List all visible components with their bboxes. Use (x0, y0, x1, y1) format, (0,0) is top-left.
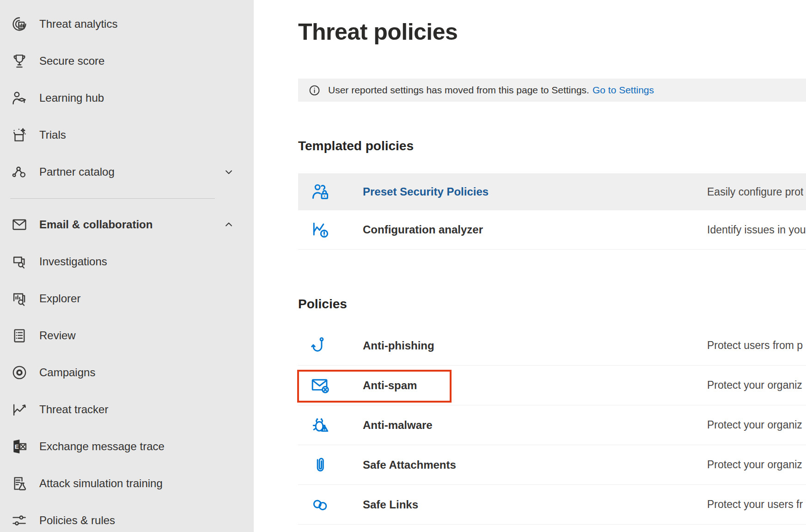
row-name[interactable]: Anti-malware (363, 419, 707, 432)
sidebar-item-attack-simulation-training[interactable]: Attack simulation training (0, 465, 254, 502)
sidebar-item-email-collaboration[interactable]: Email & collaboration (0, 206, 254, 243)
row-description: Protect your users fr (707, 498, 803, 511)
sidebar-item-policies-rules[interactable]: Policies & rules (0, 502, 254, 532)
section-heading-policies: Policies (298, 297, 347, 312)
partner-catalog-icon (9, 163, 30, 181)
sidebar-item-label: Exchange message trace (39, 440, 165, 453)
row-anti-phishing[interactable]: Anti-phishing Protect users from p (298, 326, 806, 366)
go-to-settings-link[interactable]: Go to Settings (592, 85, 654, 96)
sidebar-item-label: Learning hub (39, 92, 104, 104)
row-configuration-analyzer[interactable]: Configuration analyzer Identify issues i… (298, 210, 806, 250)
row-safe-links[interactable]: Safe Links Protect your users fr (298, 485, 806, 525)
sidebar-item-label: Attack simulation training (39, 477, 163, 490)
sidebar-item-label: Explorer (39, 292, 80, 305)
row-description: Protect your organiz (707, 459, 802, 471)
anti-phishing-hook-icon (310, 336, 331, 356)
sidebar-item-investigations[interactable]: Investigations (0, 243, 254, 280)
sidebar-item-label: Secure score (39, 55, 104, 67)
sidebar-item-learning-hub[interactable]: Learning hub (0, 79, 254, 116)
threat-analytics-icon (9, 15, 30, 33)
svg-text:E: E (15, 443, 19, 450)
row-name[interactable]: Safe Attachments (363, 459, 707, 471)
banner-message: User reported settings has moved from th… (328, 85, 589, 96)
sidebar-item-secure-score[interactable]: Secure score (0, 43, 254, 79)
sidebar-item-label: Investigations (39, 255, 107, 268)
row-description: Identify issues in you (707, 224, 806, 236)
sidebar-divider (10, 198, 215, 199)
anti-spam-mail-icon (310, 375, 331, 396)
mail-icon (9, 216, 30, 233)
row-anti-spam[interactable]: Anti-spam Protect your organiz (298, 366, 806, 405)
page-title: Threat policies (298, 18, 458, 45)
sidebar-item-label: Threat tracker (39, 403, 108, 416)
info-icon (308, 84, 321, 97)
trials-gift-icon (9, 126, 30, 144)
sidebar-item-campaigns[interactable]: Campaigns (0, 354, 254, 391)
main-content: Threat policies User reported settings h… (254, 0, 806, 532)
anti-malware-bug-icon (310, 415, 331, 435)
sidebar-item-label: Trials (39, 128, 66, 141)
row-name[interactable]: Anti-spam (363, 379, 707, 392)
paperclip-icon (310, 455, 331, 475)
row-description: Protect users from p (707, 339, 803, 352)
sidebar-item-label: Threat analytics (39, 18, 117, 31)
threat-tracker-chart-icon (9, 401, 30, 418)
row-description: Easily configure prot (707, 186, 803, 198)
sliders-icon (9, 512, 30, 529)
sidebar-item-exchange-message-trace[interactable]: E Exchange message trace (0, 428, 254, 465)
sidebar-item-threat-analytics[interactable]: Threat analytics (0, 6, 254, 43)
sidebar-item-trials[interactable]: Trials (0, 116, 254, 153)
sidebar-item-explorer[interactable]: Explorer (0, 280, 254, 317)
chain-links-icon (310, 495, 331, 515)
section-heading-templated-policies: Templated policies (298, 139, 414, 153)
sidebar-item-label: Partner catalog (39, 165, 115, 178)
attack-simulation-icon (9, 475, 30, 492)
chevron-up-icon[interactable] (223, 219, 234, 230)
row-preset-security-policies[interactable]: Preset Security Policies Easily configur… (298, 173, 806, 210)
trophy-icon (9, 52, 30, 70)
row-description: Protect your organiz (707, 419, 802, 431)
row-name[interactable]: Preset Security Policies (363, 185, 707, 198)
row-name[interactable]: Safe Links (363, 498, 707, 511)
investigations-icon (9, 253, 30, 270)
campaigns-bullseye-icon (9, 364, 30, 381)
sidebar-item-label: Campaigns (39, 366, 95, 379)
row-name[interactable]: Anti-phishing (363, 339, 707, 352)
sidebar-item-threat-tracker[interactable]: Threat tracker (0, 391, 254, 428)
row-anti-malware[interactable]: Anti-malware Protect your organiz (298, 405, 806, 445)
row-name[interactable]: Configuration analyzer (363, 223, 707, 236)
row-description: Protect your organiz (707, 379, 802, 391)
explorer-icon (9, 290, 30, 307)
exchange-logo-icon: E (9, 438, 30, 455)
row-safe-attachments[interactable]: Safe Attachments Protect your organiz (298, 445, 806, 485)
sidebar-item-review[interactable]: Review (0, 317, 254, 354)
sidebar-item-label: Review (39, 329, 76, 342)
learning-hub-icon (9, 89, 30, 107)
chevron-down-icon[interactable] (223, 166, 234, 177)
sidebar-item-label: Policies & rules (39, 514, 115, 527)
info-banner: User reported settings has moved from th… (298, 79, 806, 102)
review-list-icon (9, 327, 30, 344)
sidebar: Threat analytics Secure score Learning h… (0, 0, 254, 532)
sidebar-item-label: Email & collaboration (39, 218, 153, 231)
preset-security-icon (310, 182, 331, 202)
sidebar-item-partner-catalog[interactable]: Partner catalog (0, 153, 254, 190)
configuration-analyzer-icon (310, 220, 331, 240)
